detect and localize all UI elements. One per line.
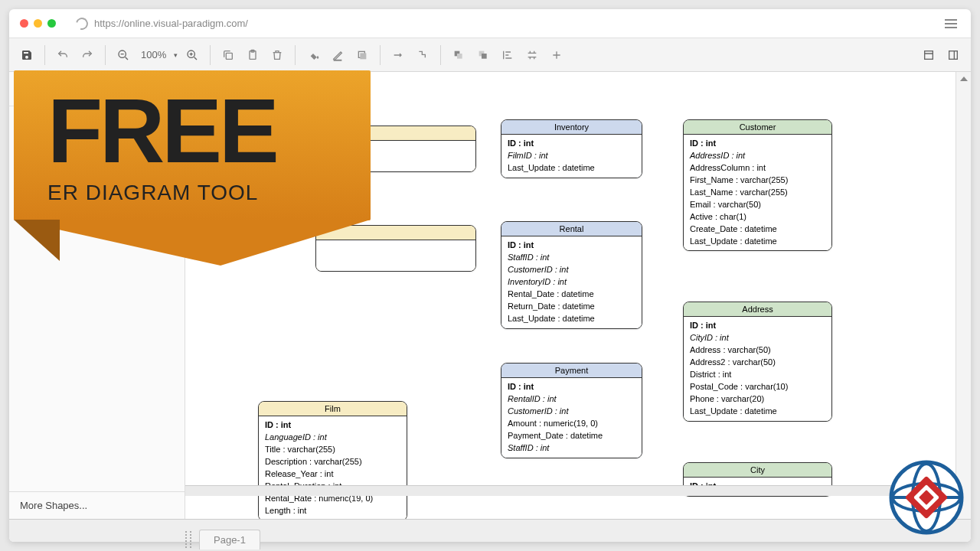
entity-column: Create_Date : datetime bbox=[690, 223, 825, 236]
entity-rental[interactable]: RentalID : intStaffID : intCustomerID : … bbox=[501, 221, 642, 329]
entity-column: AddressColumn : int bbox=[690, 162, 825, 174]
svg-rect-8 bbox=[457, 54, 462, 59]
promo-banner: FREE ER DIAGRAM TOOL bbox=[14, 70, 371, 274]
front-icon[interactable] bbox=[449, 45, 469, 65]
fullscreen-icon[interactable] bbox=[919, 45, 939, 65]
connector-icon[interactable] bbox=[388, 45, 408, 65]
bottom-bar bbox=[9, 519, 971, 542]
entity-column: ID : int bbox=[508, 138, 635, 150]
entity-column: First_Name : varchar(255) bbox=[690, 174, 825, 187]
page-tab-1[interactable]: Page-1 bbox=[199, 530, 260, 542]
svg-rect-11 bbox=[925, 51, 933, 59]
browser-bar: https://online.visual-paradigm.com/ bbox=[9, 9, 971, 38]
entity-column: Description : varchar(255) bbox=[265, 456, 400, 468]
entity-column: Phone : varchar(20) bbox=[690, 393, 825, 406]
entity-column: District : int bbox=[690, 369, 825, 381]
banner-title: FREE bbox=[47, 90, 337, 171]
svg-rect-10 bbox=[482, 54, 487, 59]
entity-column: Address2 : varchar(50) bbox=[690, 357, 825, 369]
entity-column: ID : int bbox=[508, 381, 635, 393]
entity-column: Amount : numeric(19, 0) bbox=[508, 418, 635, 430]
zoom-in-icon[interactable] bbox=[182, 45, 202, 65]
entity-column: Last_Update : datetime bbox=[690, 236, 825, 248]
entity-column: InventoryID : int bbox=[508, 276, 635, 289]
entity-column: Return_Date : datetime bbox=[508, 301, 635, 313]
entity-customer[interactable]: CustomerID : intAddressID : intAddressCo… bbox=[683, 119, 832, 251]
entity-column: StaffID : int bbox=[508, 442, 635, 455]
entity-column: ID : int bbox=[508, 240, 635, 252]
entity-column: Last_Update : datetime bbox=[690, 406, 825, 418]
entity-header: Rental bbox=[501, 222, 642, 236]
entity-column: RentalID : int bbox=[508, 393, 635, 406]
align-icon[interactable] bbox=[498, 45, 518, 65]
more-shapes-button[interactable]: More Shapes... bbox=[9, 491, 185, 519]
close-icon[interactable] bbox=[20, 19, 28, 28]
entity-header: Address bbox=[684, 302, 831, 317]
maximize-icon[interactable] bbox=[47, 19, 56, 28]
svg-rect-12 bbox=[949, 51, 958, 59]
svg-marker-19 bbox=[14, 220, 60, 261]
add-icon[interactable] bbox=[547, 45, 567, 65]
entity-column: Payment_Date : datetime bbox=[508, 430, 635, 442]
entity-film[interactable]: FilmID : intLanguageID : intTitle : varc… bbox=[258, 401, 407, 519]
undo-icon[interactable] bbox=[53, 45, 73, 65]
entity-column: CityID : int bbox=[690, 332, 825, 344]
right-panel-collapsed[interactable] bbox=[956, 72, 971, 519]
entity-column: Last_Update : datetime bbox=[508, 162, 635, 174]
format-panel-icon[interactable] bbox=[943, 45, 963, 65]
entity-header: Customer bbox=[684, 120, 831, 135]
entity-column: Release_Year : int bbox=[265, 468, 400, 481]
shadow-icon[interactable] bbox=[352, 45, 372, 65]
entity-header: Inventory bbox=[501, 120, 642, 135]
paste-icon[interactable] bbox=[243, 45, 263, 65]
window-controls bbox=[20, 19, 56, 28]
svg-marker-18 bbox=[14, 220, 371, 266]
entity-header: City bbox=[684, 463, 831, 478]
entity-column: Active : char(1) bbox=[690, 211, 825, 223]
entity-column: Email : varchar(50) bbox=[690, 199, 825, 211]
waypoint-icon[interactable] bbox=[413, 45, 433, 65]
entity-column: LanguageID : int bbox=[265, 432, 400, 444]
reload-icon[interactable] bbox=[74, 15, 90, 32]
save-icon[interactable] bbox=[17, 45, 37, 65]
horizontal-scrollbar[interactable] bbox=[185, 485, 956, 496]
svg-rect-2 bbox=[227, 53, 233, 59]
entity-column: Address : varchar(50) bbox=[690, 344, 825, 357]
minimize-icon[interactable] bbox=[34, 19, 42, 28]
back-icon[interactable] bbox=[473, 45, 493, 65]
url-text: https://online.visual-paradigm.com/ bbox=[94, 18, 248, 29]
entity-column: Postal_Code : varchar(10) bbox=[690, 381, 825, 393]
entity-column: AddressID : int bbox=[690, 150, 825, 162]
entity-column: Length : int bbox=[265, 505, 400, 517]
banner-subtitle: ER DIAGRAM TOOL bbox=[47, 181, 337, 205]
fill-icon[interactable] bbox=[303, 45, 323, 65]
entity-column: StaffID : int bbox=[508, 252, 635, 264]
entity-column: Last_Update : datetime bbox=[508, 313, 635, 325]
entity-payment[interactable]: PaymentID : intRentalID : intCustomerID … bbox=[501, 363, 642, 458]
stroke-icon[interactable] bbox=[328, 45, 348, 65]
page-drag-handle-icon[interactable] bbox=[185, 531, 191, 542]
entity-column: CustomerID : int bbox=[508, 264, 635, 276]
svg-rect-6 bbox=[361, 53, 367, 59]
distribute-icon[interactable] bbox=[522, 45, 542, 65]
redo-icon[interactable] bbox=[77, 45, 97, 65]
toolbar: 100%▾ bbox=[9, 38, 971, 72]
entity-column: Last_Name : varchar(255) bbox=[690, 187, 825, 199]
entity-column: Title : varchar(255) bbox=[265, 444, 400, 456]
entity-inventory[interactable]: InventoryID : intFilmID : intLast_Update… bbox=[501, 119, 642, 178]
entity-column: Rental_Date : datetime bbox=[508, 289, 635, 301]
zoom-out-icon[interactable] bbox=[113, 45, 133, 65]
zoom-value[interactable]: 100% bbox=[138, 49, 169, 60]
entity-column: CustomerID : int bbox=[508, 406, 635, 418]
visual-paradigm-logo-icon bbox=[888, 459, 965, 539]
entity-address[interactable]: AddressID : intCityID : intAddress : var… bbox=[683, 302, 832, 422]
copy-icon[interactable] bbox=[218, 45, 238, 65]
delete-icon[interactable] bbox=[267, 45, 287, 65]
entity-column: ID : int bbox=[265, 419, 400, 432]
entity-column: ID : int bbox=[690, 320, 825, 332]
entity-column: FilmID : int bbox=[508, 150, 635, 162]
entity-header: Film bbox=[259, 402, 407, 416]
entity-header: Payment bbox=[501, 364, 642, 378]
menu-icon[interactable] bbox=[942, 16, 960, 31]
entity-column: ID : int bbox=[690, 138, 825, 150]
